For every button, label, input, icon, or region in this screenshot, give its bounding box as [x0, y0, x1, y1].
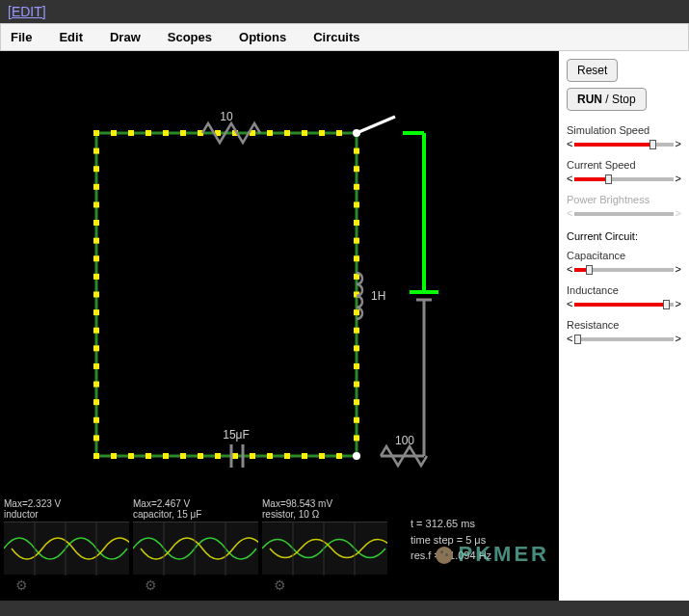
svg-rect-47 [232, 453, 238, 459]
svg-rect-66 [354, 328, 359, 334]
svg-rect-42 [146, 453, 151, 459]
gear-icon[interactable]: ⚙ [145, 577, 157, 593]
svg-rect-7 [146, 130, 151, 136]
svg-rect-6 [128, 130, 134, 136]
svg-rect-29 [93, 292, 99, 298]
svg-rect-21 [93, 148, 99, 154]
svg-rect-17 [319, 130, 325, 136]
svg-rect-39 [93, 453, 99, 459]
svg-rect-52 [319, 453, 325, 459]
svg-rect-50 [284, 453, 290, 459]
svg-rect-45 [198, 453, 203, 459]
circuit-canvas[interactable]: 10 1H [0, 51, 559, 601]
svg-rect-57 [354, 166, 359, 172]
svg-rect-36 [93, 417, 99, 423]
scope-inductor[interactable]: Max=2.323 V inductor ⚙ [4, 498, 129, 597]
scope-capacitor[interactable]: Max=2.467 V capacitor, 15 μF ⚙ [133, 498, 258, 597]
svg-rect-43 [163, 453, 169, 459]
menu-circuits[interactable]: Circuits [313, 30, 359, 44]
svg-rect-35 [93, 399, 99, 405]
svg-rect-49 [267, 453, 273, 459]
svg-rect-14 [267, 130, 273, 136]
svg-rect-5 [111, 130, 117, 136]
svg-rect-20 [93, 130, 99, 136]
svg-point-85 [353, 129, 360, 137]
svg-point-84 [353, 452, 360, 460]
svg-rect-31 [93, 328, 99, 334]
svg-rect-25 [93, 220, 99, 226]
menu-file[interactable]: File [11, 30, 32, 44]
menu-options[interactable]: Options [239, 30, 286, 44]
resistance-slider[interactable]: <> [567, 333, 681, 346]
menu-edit[interactable]: Edit [59, 30, 83, 44]
svg-rect-44 [180, 453, 186, 459]
svg-rect-67 [354, 345, 359, 351]
scope-name: inductor [4, 509, 129, 520]
svg-rect-37 [93, 435, 99, 441]
svg-rect-18 [336, 130, 342, 136]
edit-link[interactable]: [EDIT] [0, 0, 54, 23]
svg-rect-9 [180, 130, 186, 136]
svg-rect-15 [284, 130, 290, 136]
svg-rect-41 [128, 453, 134, 459]
current-speed-slider[interactable]: <> [567, 173, 681, 186]
svg-rect-33 [93, 363, 99, 369]
sim-speed-slider[interactable]: <> [567, 138, 681, 151]
power-brightness-label: Power Brightness [567, 194, 681, 205]
svg-rect-70 [354, 399, 359, 405]
svg-rect-65 [354, 309, 359, 315]
svg-rect-8 [163, 130, 169, 136]
current-circuit-label: Current Circuit: [567, 230, 681, 242]
inductor-label: 1H [371, 289, 385, 303]
scope-max: Max=2.467 V [133, 498, 258, 509]
sim-speed-label: Simulation Speed [567, 124, 681, 136]
svg-rect-63 [354, 274, 359, 280]
svg-rect-69 [354, 382, 359, 388]
inductance-slider[interactable]: <> [567, 298, 681, 311]
menu-draw[interactable]: Draw [110, 30, 141, 44]
svg-rect-72 [354, 435, 359, 441]
svg-line-74 [357, 117, 395, 133]
svg-rect-30 [93, 309, 99, 315]
run-stop-button[interactable]: RUN / Stop [567, 88, 647, 111]
svg-rect-22 [93, 166, 99, 172]
capacitance-slider[interactable]: <> [567, 263, 681, 277]
svg-rect-61 [354, 238, 359, 244]
resistor-r1-label: 10 [220, 110, 233, 123]
svg-rect-27 [93, 255, 99, 261]
capacitance-label: Capacitance [567, 250, 681, 261]
scope-name: capacitor, 15 μF [133, 509, 258, 520]
inductance-label: Inductance [567, 284, 681, 296]
gear-icon[interactable]: ⚙ [15, 577, 28, 593]
power-brightness-slider: <> [567, 207, 681, 221]
sidebar: Reset RUN / Stop Simulation Speed <> Cur… [559, 51, 689, 601]
svg-rect-62 [354, 255, 359, 261]
current-speed-label: Current Speed [567, 159, 681, 171]
resistor-r2-label: 100 [395, 434, 414, 447]
menubar: File Edit Draw Scopes Options Circuits [0, 23, 689, 51]
svg-rect-71 [354, 417, 359, 423]
scope-resistor[interactable]: Max=98.543 mV resistor, 10 Ω ⚙ [262, 498, 387, 597]
scope-max: Max=2.323 V [4, 498, 129, 509]
svg-rect-58 [354, 184, 359, 190]
resistance-label: Resistance [567, 319, 681, 331]
reset-button[interactable]: Reset [567, 59, 618, 82]
scope-max: Max=98.543 mV [262, 498, 387, 509]
svg-rect-51 [302, 453, 307, 459]
svg-rect-46 [215, 453, 221, 459]
svg-rect-16 [302, 130, 307, 136]
svg-rect-53 [336, 453, 342, 459]
capacitor-label: 15μF [223, 428, 250, 442]
svg-rect-23 [93, 184, 99, 190]
svg-rect-48 [250, 453, 255, 459]
gear-icon[interactable]: ⚙ [274, 577, 286, 593]
scope-name: resistor, 10 Ω [262, 509, 387, 520]
svg-rect-26 [93, 238, 99, 244]
svg-rect-40 [111, 453, 117, 459]
svg-rect-68 [354, 363, 359, 369]
watermark: PKMER [436, 542, 549, 567]
menu-scopes[interactable]: Scopes [168, 30, 212, 44]
svg-rect-60 [354, 220, 359, 226]
svg-rect-34 [93, 382, 99, 388]
svg-rect-32 [93, 345, 99, 351]
